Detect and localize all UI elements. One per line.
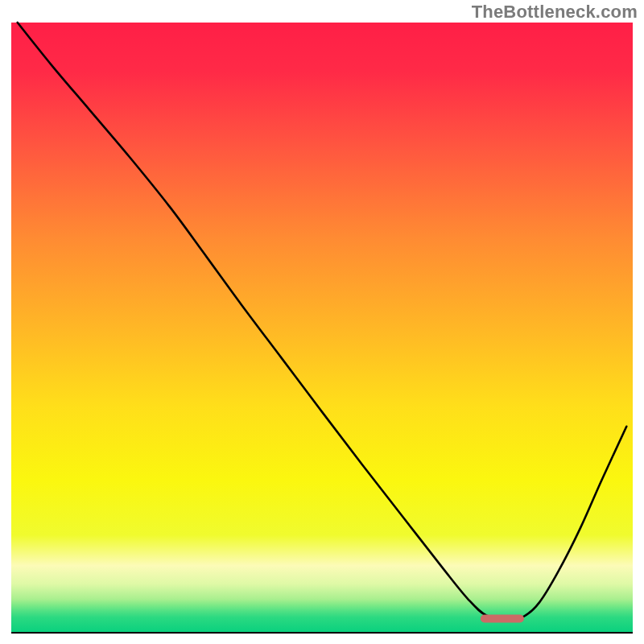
watermark-text: TheBottleneck.com bbox=[472, 2, 638, 23]
chart-stage: TheBottleneck.com bbox=[0, 0, 644, 644]
optimal-marker bbox=[481, 615, 524, 623]
plot-background bbox=[11, 23, 633, 633]
bottleneck-chart bbox=[0, 0, 644, 644]
